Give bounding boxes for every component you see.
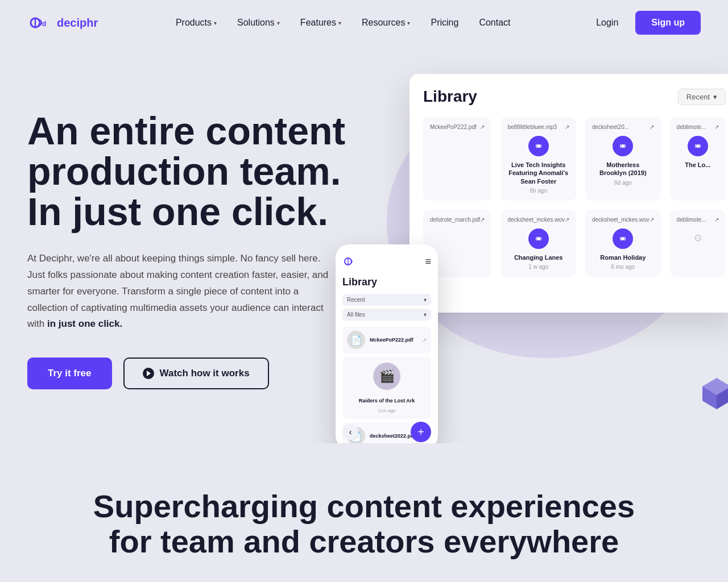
svg-point-3 <box>537 144 540 148</box>
cube-decoration <box>700 375 728 409</box>
bottom-title: Supercharging content experiences for te… <box>27 489 701 559</box>
main-nav: d deciphr Products ▾ Solutions ▾ Feature… <box>0 0 728 45</box>
hero-visual: Library Recent ▾ MckeePoP222.pdf ↗ be88l… <box>353 74 728 426</box>
bottom-section: Supercharging content experiences for te… <box>0 443 728 581</box>
mobile-back-button[interactable]: ‹ <box>342 424 358 440</box>
mobile-filter-recent[interactable]: Recent ▾ <box>342 294 431 306</box>
hero-content: An entire content production team. In ju… <box>27 111 345 390</box>
chevron-down-icon: ▾ <box>338 20 341 26</box>
hamburger-icon: ≡ <box>425 256 431 268</box>
hero-buttons: Try it free Watch how it works <box>27 357 345 389</box>
chevron-down-icon: ▾ <box>713 93 717 101</box>
nav-contact[interactable]: Contact <box>471 13 518 32</box>
audio-icon <box>613 228 633 249</box>
library-grid: MckeePoP222.pdf ↗ be88littlebluee.mp3 ↗ … <box>423 117 726 277</box>
nav-products[interactable]: Products ▾ <box>168 13 225 32</box>
hero-title: An entire content production team. In ju… <box>27 111 345 232</box>
svg-point-6 <box>537 237 540 240</box>
chevron-down-icon: ▾ <box>277 20 280 26</box>
file-thumb: 📄 <box>347 331 365 349</box>
library-card: deblimote... ↗ The Lo... <box>670 117 726 201</box>
library-desktop-card: Library Recent ▾ MckeePoP222.pdf ↗ be88l… <box>410 74 728 313</box>
audio-icon <box>528 228 549 249</box>
signup-button[interactable]: Sign up <box>635 11 701 35</box>
library-mobile-card: ≡ Library Recent ▾ All files ▾ 📄 MckeePo… <box>336 244 438 443</box>
library-card: decksheet20... ↗ Motherless Brooklyn (20… <box>585 117 661 201</box>
library-filter[interactable]: Recent ▾ <box>678 89 726 105</box>
library-card: decksheet_mckes.wov ↗ Changing Lanes 1 w… <box>500 210 576 277</box>
svg-point-4 <box>621 144 624 148</box>
nav-actions: Login Sign up <box>588 11 701 35</box>
logo-text: deciphr <box>57 16 98 30</box>
mobile-filter-all[interactable]: All files ▾ <box>342 309 431 321</box>
chevron-down-icon: ▾ <box>214 20 217 26</box>
mobile-file-item-featured: 🎬 Raiders of the Lost Ark 11m ago <box>342 357 431 419</box>
nav-solutions[interactable]: Solutions ▾ <box>229 13 288 32</box>
logo[interactable]: d deciphr <box>27 10 98 35</box>
svg-point-5 <box>696 144 700 148</box>
library-card: deblimote... ↗ ⚙ <box>670 210 726 277</box>
audio-icon <box>528 136 549 156</box>
nav-resources[interactable]: Resources ▾ <box>354 13 418 32</box>
mobile-library-title: Library <box>342 276 431 288</box>
mobile-add-button[interactable]: + <box>411 422 431 442</box>
hero-description: At Deciphr, we're all about keeping thin… <box>27 251 334 332</box>
watch-how-button[interactable]: Watch how it works <box>123 357 269 389</box>
try-free-button[interactable]: Try it free <box>27 357 112 389</box>
mobile-file-item: 📄 MckeePoP222.pdf ↗ <box>342 326 431 354</box>
library-card: MckeePoP222.pdf ↗ <box>423 117 491 201</box>
svg-point-7 <box>621 237 624 240</box>
nav-pricing[interactable]: Pricing <box>423 13 466 32</box>
play-icon <box>143 368 154 379</box>
nav-features[interactable]: Features ▾ <box>292 13 349 32</box>
library-card: decksheet_mckes.wov ↗ Roman Holiday 6 mo… <box>585 210 661 277</box>
svg-text:d: d <box>42 20 46 28</box>
library-card: be88littlebluee.mp3 ↗ Live Tech Insights… <box>500 117 576 201</box>
nav-links: Products ▾ Solutions ▾ Features ▾ Resour… <box>168 13 519 32</box>
chevron-down-icon: ▾ <box>407 20 410 26</box>
settings-icon: ⚙ <box>677 232 719 244</box>
audio-icon <box>613 136 633 156</box>
hero-section: An entire content production team. In ju… <box>0 45 728 443</box>
avatar: 🎬 <box>373 363 400 390</box>
login-button[interactable]: Login <box>588 13 626 32</box>
audio-icon <box>688 136 708 156</box>
